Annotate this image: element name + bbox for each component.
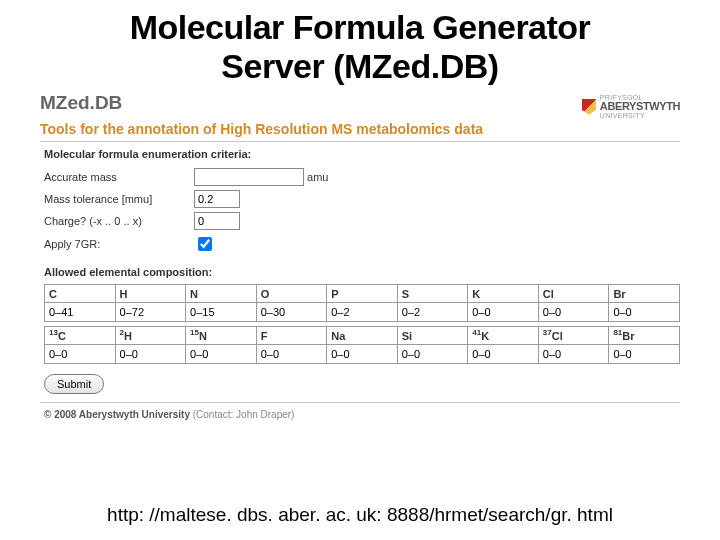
elem-range-input[interactable] (46, 304, 114, 320)
elements-table-2: 13C2H15NFNaSi41K37Cl81Br (44, 326, 680, 364)
elem-header: P (327, 285, 398, 303)
divider (40, 402, 680, 403)
elem-range-input[interactable] (399, 346, 467, 362)
elem-header: O (256, 285, 327, 303)
elem-range-input[interactable] (328, 304, 396, 320)
title-line1: Molecular Formula Generator (130, 8, 591, 46)
source-url: http: //maltese. dbs. aber. ac. uk: 8888… (0, 504, 720, 526)
elem-header: K (468, 285, 539, 303)
elem-header: Br (609, 285, 680, 303)
elements-table-1: CHNOPSKClBr (44, 284, 680, 322)
mass-tolerance-input[interactable] (194, 190, 240, 208)
elem1-header-row: CHNOPSKClBr (45, 285, 680, 303)
elem-header: H (115, 285, 186, 303)
submit-button[interactable]: Submit (44, 374, 104, 394)
elem-range-input[interactable] (469, 304, 537, 320)
elem-range-input[interactable] (328, 346, 396, 362)
uni-bottom: UNIVERSITY (600, 112, 680, 119)
charge-label: Charge? (-x .. 0 .. x) (44, 210, 194, 232)
elem-header: C (45, 285, 116, 303)
uni-name: ABERYSTWYTH (600, 101, 680, 112)
elem1-value-row (45, 303, 680, 322)
elem-range-input[interactable] (258, 304, 326, 320)
university-badge: PRIFYSGOL ABERYSTWYTH UNIVERSITY (582, 94, 680, 119)
elem-header: 37Cl (538, 327, 609, 345)
app-tagline: Tools for the annotation of High Resolut… (40, 121, 680, 137)
elem-range-input[interactable] (46, 346, 114, 362)
amu-unit: amu (307, 171, 328, 183)
accurate-mass-input[interactable] (194, 168, 304, 186)
elem2-value-row (45, 345, 680, 364)
apply-7gr-label: Apply 7GR: (44, 232, 194, 256)
elem-range-input[interactable] (540, 346, 608, 362)
footer-copyright: © 2008 Aberystwyth University (44, 409, 190, 420)
mass-tolerance-label: Mass tolerance [mmu] (44, 188, 194, 210)
elem-header: S (397, 285, 468, 303)
elements-heading: Allowed elemental composition: (44, 266, 680, 278)
criteria-heading: Molecular formula enumeration criteria: (44, 148, 680, 160)
apply-7gr-checkbox[interactable] (198, 237, 212, 251)
elem-header: 13C (45, 327, 116, 345)
elem-range-input[interactable] (187, 304, 255, 320)
shield-icon (582, 99, 596, 115)
elem-range-input[interactable] (187, 346, 255, 362)
footer-contact: (Contact: John Draper) (193, 409, 295, 420)
app-logo: MZed.DB (40, 92, 122, 114)
elem-header: F (256, 327, 327, 345)
charge-input[interactable] (194, 212, 240, 230)
elem-header: Cl (538, 285, 609, 303)
elem-header: 41K (468, 327, 539, 345)
footer: © 2008 Aberystwyth University (Contact: … (44, 409, 680, 420)
divider (40, 141, 680, 142)
elem-header: 2H (115, 327, 186, 345)
elem-range-input[interactable] (117, 346, 185, 362)
elem-header: N (186, 285, 257, 303)
slide-title: Molecular Formula Generator Server (MZed… (0, 0, 720, 88)
elem-range-input[interactable] (469, 346, 537, 362)
accurate-mass-label: Accurate mass (44, 166, 194, 188)
elem-range-input[interactable] (399, 304, 467, 320)
elem2-header-row: 13C2H15NFNaSi41K37Cl81Br (45, 327, 680, 345)
elem-header: Na (327, 327, 398, 345)
elem-range-input[interactable] (610, 304, 678, 320)
elem-header: Si (397, 327, 468, 345)
elem-header: 15N (186, 327, 257, 345)
elem-range-input[interactable] (258, 346, 326, 362)
elem-range-input[interactable] (117, 304, 185, 320)
elem-header: 81Br (609, 327, 680, 345)
title-line2: Server (MZed.DB) (221, 47, 498, 85)
criteria-table: Accurate mass amu Mass tolerance [mmu] C… (44, 166, 334, 256)
elem-range-input[interactable] (610, 346, 678, 362)
elem-range-input[interactable] (540, 304, 608, 320)
app-screenshot: MZed.DB PRIFYSGOL ABERYSTWYTH UNIVERSITY… (0, 88, 720, 420)
